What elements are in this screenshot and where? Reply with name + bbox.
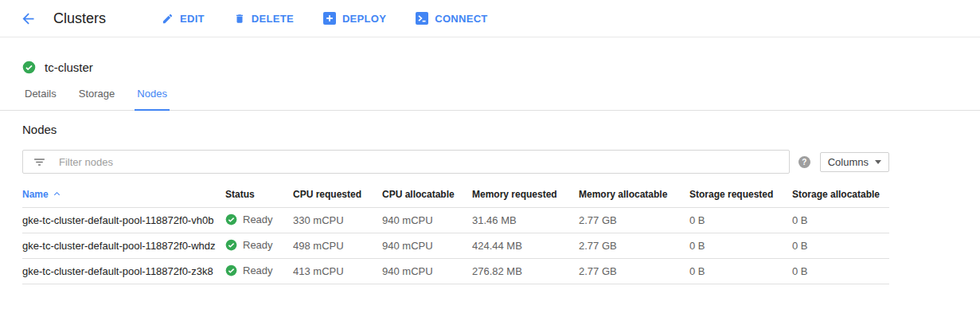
section-title: Nodes bbox=[22, 123, 980, 136]
memory-requested-cell: 31.46 MB bbox=[472, 208, 579, 233]
table-row[interactable]: gke-tc-cluster-default-pool-118872f0-whd… bbox=[22, 233, 889, 259]
status-text: Ready bbox=[243, 239, 273, 251]
storage-requested-cell: 0 B bbox=[689, 208, 792, 233]
column-header-storage-requested[interactable]: Storage requested bbox=[689, 184, 792, 208]
pencil-icon bbox=[162, 13, 174, 25]
page-title: Clusters bbox=[53, 10, 106, 27]
status-cell: Ready bbox=[225, 208, 293, 233]
cpu-requested-cell: 498 mCPU bbox=[293, 233, 382, 259]
terminal-icon bbox=[416, 12, 428, 25]
name-cell: gke-tc-cluster-default-pool-118872f0-whd… bbox=[22, 233, 225, 259]
header-bar: Clusters EDIT DELETE DEPLOY CONNECT bbox=[0, 0, 980, 37]
connect-button-label: CONNECT bbox=[435, 13, 487, 25]
column-header-label: Storage allocatable bbox=[792, 189, 880, 200]
status-cell: Ready bbox=[225, 233, 293, 259]
storage-requested-cell: 0 B bbox=[689, 259, 792, 284]
columns-dropdown-button[interactable]: Columns bbox=[820, 152, 889, 172]
filter-box[interactable] bbox=[22, 150, 790, 174]
status-cell: Ready bbox=[225, 259, 293, 284]
column-header-memory-allocatable[interactable]: Memory allocatable bbox=[579, 184, 689, 208]
deploy-button-label: DEPLOY bbox=[342, 13, 386, 25]
sort-asc-icon bbox=[53, 190, 61, 198]
header-actions: EDIT DELETE DEPLOY CONNECT bbox=[162, 12, 517, 25]
column-header-label: Name bbox=[22, 189, 49, 200]
column-header-memory-requested[interactable]: Memory requested bbox=[472, 184, 579, 208]
table-row[interactable]: gke-tc-cluster-default-pool-118872f0-z3k… bbox=[22, 259, 889, 284]
tab-nodes[interactable]: Nodes bbox=[135, 88, 170, 111]
name-cell: gke-tc-cluster-default-pool-118872f0-vh0… bbox=[22, 208, 225, 233]
column-header-storage-allocatable[interactable]: Storage allocatable bbox=[792, 184, 889, 208]
table-body: gke-tc-cluster-default-pool-118872f0-vh0… bbox=[22, 208, 889, 284]
column-header-label: Memory requested bbox=[472, 189, 557, 200]
status-text: Ready bbox=[243, 214, 273, 225]
name-cell: gke-tc-cluster-default-pool-118872f0-z3k… bbox=[22, 259, 225, 284]
back-button[interactable] bbox=[20, 10, 37, 27]
column-header-cpu-allocatable[interactable]: CPU allocatable bbox=[382, 184, 472, 208]
edit-button-label: EDIT bbox=[180, 13, 205, 25]
status-badge: Ready bbox=[225, 264, 273, 276]
column-header-label: Status bbox=[225, 189, 255, 200]
cluster-title-row: tc-cluster bbox=[0, 37, 980, 74]
memory-allocatable-cell: 2.77 GB bbox=[579, 208, 689, 233]
check-circle-icon bbox=[225, 239, 237, 251]
storage-allocatable-cell: 0 B bbox=[792, 233, 889, 259]
cpu-allocatable-cell: 940 mCPU bbox=[382, 208, 472, 233]
memory-allocatable-cell: 2.77 GB bbox=[579, 233, 689, 259]
cpu-allocatable-cell: 940 mCPU bbox=[382, 259, 472, 284]
cpu-requested-cell: 330 mCPU bbox=[293, 208, 382, 233]
help-icon[interactable]: ? bbox=[798, 156, 810, 168]
storage-allocatable-cell: 0 B bbox=[792, 208, 889, 233]
filter-row: ? Columns bbox=[22, 150, 889, 174]
connect-button[interactable]: CONNECT bbox=[416, 12, 487, 25]
columns-dropdown-label: Columns bbox=[828, 156, 869, 168]
deploy-plus-icon bbox=[323, 12, 336, 25]
memory-requested-cell: 424.44 MB bbox=[472, 233, 579, 259]
column-header-status[interactable]: Status bbox=[225, 184, 293, 208]
nodes-table: NameStatusCPU requestedCPU allocatableMe… bbox=[22, 184, 889, 284]
table-row[interactable]: gke-tc-cluster-default-pool-118872f0-vh0… bbox=[22, 208, 889, 233]
trash-icon bbox=[234, 13, 245, 25]
memory-allocatable-cell: 2.77 GB bbox=[579, 259, 689, 284]
tab-storage[interactable]: Storage bbox=[76, 88, 118, 111]
nodes-content: ? Columns NameStatusCPU requestedCPU all… bbox=[22, 150, 889, 284]
table-header-row: NameStatusCPU requestedCPU allocatableMe… bbox=[22, 184, 889, 208]
cluster-name: tc-cluster bbox=[45, 61, 93, 74]
tab-details[interactable]: Details bbox=[22, 88, 59, 111]
check-circle-icon bbox=[225, 214, 237, 225]
deploy-button[interactable]: DEPLOY bbox=[323, 12, 386, 25]
filter-nodes-input[interactable] bbox=[59, 156, 779, 168]
filter-icon bbox=[33, 155, 46, 169]
column-header-label: Storage requested bbox=[689, 189, 773, 200]
check-circle-icon bbox=[225, 264, 237, 276]
check-circle-icon bbox=[22, 61, 36, 74]
delete-button-label: DELETE bbox=[252, 13, 294, 25]
cpu-allocatable-cell: 940 mCPU bbox=[382, 233, 472, 259]
column-header-cpu-requested[interactable]: CPU requested bbox=[293, 184, 382, 208]
storage-requested-cell: 0 B bbox=[689, 233, 792, 259]
column-header-label: CPU requested bbox=[293, 189, 361, 200]
delete-button[interactable]: DELETE bbox=[234, 13, 294, 25]
chevron-down-icon bbox=[875, 160, 881, 164]
cpu-requested-cell: 413 mCPU bbox=[293, 259, 382, 284]
memory-requested-cell: 276.82 MB bbox=[472, 259, 579, 284]
tab-bar: Details Storage Nodes bbox=[0, 88, 980, 111]
column-header-name[interactable]: Name bbox=[22, 184, 225, 208]
column-header-label: CPU allocatable bbox=[382, 189, 455, 200]
storage-allocatable-cell: 0 B bbox=[792, 259, 889, 284]
back-arrow-icon bbox=[20, 10, 37, 27]
status-badge: Ready bbox=[225, 239, 273, 251]
edit-button[interactable]: EDIT bbox=[162, 13, 205, 25]
status-text: Ready bbox=[243, 264, 273, 276]
status-badge: Ready bbox=[225, 214, 273, 225]
column-header-label: Memory allocatable bbox=[579, 189, 667, 200]
